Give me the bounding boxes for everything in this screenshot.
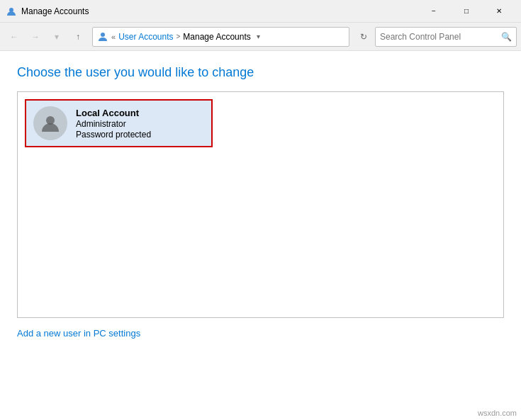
title-bar: Manage Accounts − □ ✕ [0,0,521,23]
recent-locations-button[interactable]: ▾ [47,27,67,47]
accounts-container: Local Account Administrator Password pro… [17,91,504,318]
close-button[interactable]: ✕ [483,0,515,23]
account-status: Password protected [76,130,151,140]
nav-double-arrow: « [111,33,116,41]
window-controls: − □ ✕ [418,0,515,23]
address-bar: « User Accounts > Manage Accounts ▾ [92,27,349,47]
window-title: Manage Accounts [21,6,418,16]
search-input[interactable] [380,32,498,42]
window-icon [6,6,17,17]
breadcrumb-separator: > [177,33,181,40]
forward-button[interactable]: → [26,27,45,47]
watermark: wsxdn.com [478,409,517,417]
address-bar-icon [97,31,108,42]
page-heading: Choose the user you would like to change [17,65,504,80]
up-button[interactable]: ↑ [68,27,88,47]
account-role: Administrator [76,119,151,129]
minimize-button[interactable]: − [418,0,450,23]
nav-bar: ← → ▾ ↑ « User Accounts > Manage Account… [0,23,521,51]
svg-point-1 [101,33,105,37]
main-content: Choose the user you would like to change… [0,51,521,420]
account-avatar [33,106,67,140]
back-button[interactable]: ← [4,27,24,47]
refresh-button[interactable]: ↻ [354,27,374,47]
search-icon[interactable]: 🔍 [501,32,512,42]
account-name: Local Account [76,108,151,118]
account-info: Local Account Administrator Password pro… [76,108,151,140]
add-user-link[interactable]: Add a new user in PC settings [17,328,504,339]
account-item[interactable]: Local Account Administrator Password pro… [25,99,213,147]
breadcrumb-manage-accounts: Manage Accounts [183,32,250,42]
address-dropdown-button[interactable]: ▾ [257,33,260,40]
search-bar[interactable]: 🔍 [375,27,517,47]
breadcrumb-user-accounts[interactable]: User Accounts [118,32,173,42]
address-breadcrumb: « User Accounts > Manage Accounts [111,32,251,42]
maximize-button[interactable]: □ [450,0,483,23]
